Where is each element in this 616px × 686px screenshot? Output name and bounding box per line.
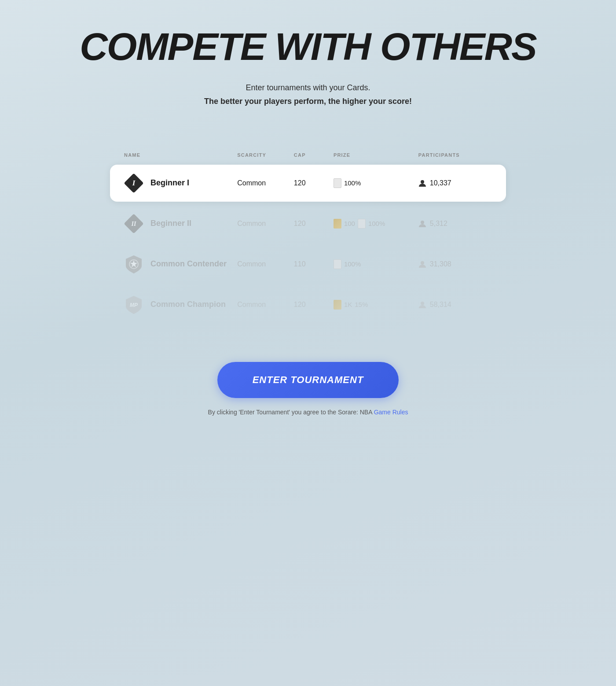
row-name-cell: Common Contender <box>124 254 237 274</box>
tournament-table: NAME SCARCITY CAP PRIZE PARTICIPANTS I B… <box>110 152 506 327</box>
row-participants-cell: 10,337 <box>418 179 492 187</box>
diamond-icon-dark: I <box>124 173 143 193</box>
subtitle-line1: Enter tournaments with your Cards. <box>246 83 370 92</box>
disclaimer-content: By clicking 'Enter Tournament' you agree… <box>208 409 372 416</box>
prize-value-1k: 1K <box>344 301 352 308</box>
row-scarcity-cell: Common <box>237 301 294 309</box>
header-scarcity: SCARCITY <box>237 152 294 158</box>
participants-icon <box>418 301 426 309</box>
header-name: NAME <box>124 152 237 158</box>
prize-value-num: 100 <box>344 220 355 227</box>
participants-icon <box>418 220 426 228</box>
prize-value-pct: 100% <box>368 220 385 227</box>
row-cap-cell: 110 <box>294 260 334 268</box>
row-prize-cell: 1K 15% <box>334 300 418 310</box>
svg-point-8 <box>421 261 424 265</box>
row-cap-cell: 120 <box>294 301 334 309</box>
common-champion-icon: MP <box>124 295 143 314</box>
beginner2-icon: II <box>124 214 143 233</box>
prize-value: 100% <box>344 179 361 187</box>
bottom-section: ENTER TOURNAMENT By clicking 'Enter Tour… <box>208 362 408 416</box>
row-prize-cell: 100% <box>334 259 418 269</box>
table-row[interactable]: II Beginner II Common 120 100 100% 5,312 <box>110 205 506 242</box>
row-name-cell: MP Common Champion <box>124 295 237 314</box>
svg-text:II: II <box>131 221 136 227</box>
game-rules-link[interactable]: Game Rules <box>374 409 408 416</box>
prize-icon-gold <box>334 219 341 229</box>
row-prize-cell: 100% <box>334 178 418 188</box>
row-name-cell: I Beginner I <box>124 173 237 193</box>
table-row[interactable]: MP Common Champion Common 120 1K 15% 58,… <box>110 286 506 323</box>
header-participants: PARTICIPANTS <box>418 152 492 158</box>
prize-value-pct: 15% <box>355 301 368 308</box>
header-prize: PRIZE <box>334 152 418 158</box>
row-name-label: Common Contender <box>150 259 227 269</box>
prize-value: 100% <box>344 260 361 268</box>
participants-icon <box>418 260 426 268</box>
row-prize-cell: 100 100% <box>334 219 418 229</box>
row-name-cell: II Beginner II <box>124 214 237 233</box>
common-contender-icon <box>124 254 143 274</box>
hero-section: COMPETE WITH OTHERS Enter tournaments wi… <box>80 26 536 108</box>
enter-tournament-button[interactable]: ENTER TOURNAMENT <box>217 362 399 398</box>
row-name-label: Common Champion <box>150 300 226 309</box>
svg-point-5 <box>421 221 424 224</box>
shield-trophy-icon: MP <box>125 295 143 314</box>
table-header: NAME SCARCITY CAP PRIZE PARTICIPANTS <box>110 152 506 163</box>
main-title: COMPETE WITH OTHERS <box>80 26 536 67</box>
svg-text:MP: MP <box>130 302 138 308</box>
diamond-icon-gray: II <box>124 214 143 233</box>
row-name-label: Beginner II <box>150 219 191 228</box>
subtitle: Enter tournaments with your Cards. The b… <box>80 81 536 108</box>
row-participants-cell: 5,312 <box>418 220 492 228</box>
svg-point-2 <box>421 180 424 184</box>
subtitle-line2: The better your players perform, the hig… <box>80 95 536 108</box>
svg-point-10 <box>421 302 424 305</box>
row-scarcity-cell: Common <box>237 179 294 187</box>
participants-count: 10,337 <box>430 179 451 187</box>
row-name-label: Beginner I <box>150 178 189 188</box>
disclaimer-text: By clicking 'Enter Tournament' you agree… <box>208 409 408 416</box>
table-row[interactable]: Common Contender Common 110 100% 31,308 <box>110 246 506 283</box>
participants-icon <box>418 179 426 187</box>
beginner1-icon: I <box>124 173 143 193</box>
prize-icon-white <box>334 259 341 269</box>
row-participants-cell: 58,314 <box>418 301 492 309</box>
shield-star-icon <box>125 254 143 274</box>
row-cap-cell: 120 <box>294 220 334 228</box>
participants-count: 31,308 <box>430 260 451 268</box>
prize-icon-white <box>358 219 366 229</box>
participants-count: 5,312 <box>430 220 447 228</box>
prize-icon-gold <box>334 300 341 310</box>
row-scarcity-cell: Common <box>237 220 294 228</box>
prize-icon-white <box>334 178 341 188</box>
row-cap-cell: 120 <box>294 179 334 187</box>
row-scarcity-cell: Common <box>237 260 294 268</box>
header-cap: CAP <box>294 152 334 158</box>
participants-count: 58,314 <box>430 301 451 309</box>
row-participants-cell: 31,308 <box>418 260 492 268</box>
table-row[interactable]: I Beginner I Common 120 100% 10,337 <box>110 165 506 202</box>
